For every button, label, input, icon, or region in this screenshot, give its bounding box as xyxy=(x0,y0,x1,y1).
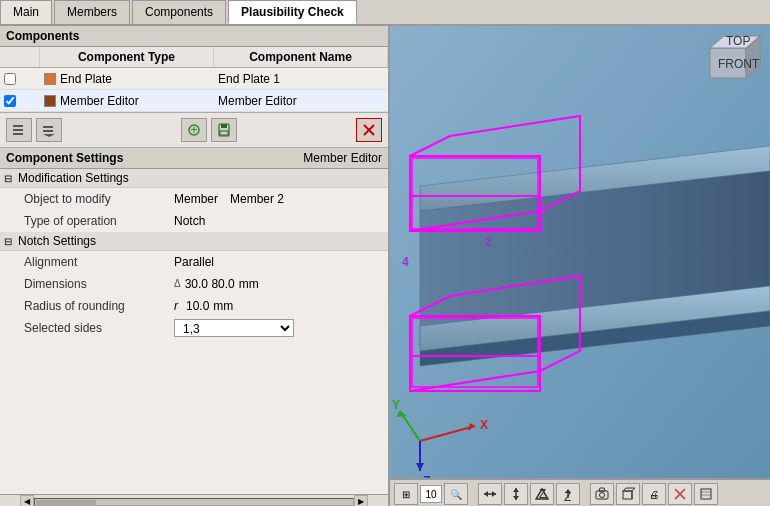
svg-text:FRONT: FRONT xyxy=(718,57,760,71)
prop-val-mm2: mm xyxy=(213,299,233,313)
tab-members[interactable]: Members xyxy=(54,0,130,24)
col-header-type: Component Type xyxy=(40,47,214,67)
expand-icon2: ⊟ xyxy=(4,236,18,247)
grid-button[interactable]: ⊞ xyxy=(394,483,418,505)
prop-type-operation: Type of operation Notch xyxy=(0,210,388,232)
notch-settings-group: ⊟ Notch Settings Alignment Parallel Dime… xyxy=(0,232,388,339)
radius-prefix: r xyxy=(174,299,178,313)
svg-text:TOP: TOP xyxy=(726,34,750,48)
modification-group-label: Modification Settings xyxy=(18,171,129,185)
move-right-button[interactable] xyxy=(36,118,62,142)
component-toolbar: + xyxy=(0,112,388,148)
row1-color xyxy=(44,73,56,85)
prop-label: Radius of rounding xyxy=(20,297,170,315)
3d-viewport[interactable]: 4 2 X Y Z xyxy=(390,26,770,506)
modification-settings-group: ⊟ Modification Settings Object to modify… xyxy=(0,169,388,232)
add-button[interactable]: + xyxy=(181,118,207,142)
zoom-number: 10 xyxy=(420,485,442,503)
prop-val-radius: 10.0 xyxy=(186,299,209,313)
svg-rect-9 xyxy=(221,124,227,128)
settings-context: Member Editor xyxy=(303,151,382,165)
scroll-track[interactable] xyxy=(34,498,354,506)
prop-label: Alignment xyxy=(20,253,170,271)
col-header-name: Component Name xyxy=(214,47,388,67)
svg-rect-54 xyxy=(623,491,632,499)
row1-name: End Plate 1 xyxy=(214,70,388,88)
row1-checkbox[interactable] xyxy=(4,73,16,85)
table-row[interactable]: Member Editor Member Editor xyxy=(0,90,388,112)
prop-value: Member Member 2 xyxy=(170,190,388,208)
components-section-header: Components xyxy=(0,26,388,47)
z-up-button[interactable]: Z xyxy=(556,483,580,505)
svg-marker-5 xyxy=(43,134,55,137)
tab-main[interactable]: Main xyxy=(0,0,52,24)
horizontal-scrollbar[interactable]: ◀ ▶ xyxy=(0,494,388,506)
fit-vert-button[interactable] xyxy=(504,483,528,505)
notch-group-header[interactable]: ⊟ Notch Settings xyxy=(0,232,388,251)
prop-val-parallel: Parallel xyxy=(174,255,214,269)
row1-type: End Plate xyxy=(40,70,214,88)
prop-val-dimensions: 30.0 80.0 xyxy=(185,277,235,291)
up-button[interactable]: Z xyxy=(530,483,554,505)
svg-point-52 xyxy=(600,493,605,498)
row1-type-label: End Plate xyxy=(60,72,112,86)
settings-header: Component Settings Member Editor xyxy=(0,148,388,169)
svg-text:Z: Z xyxy=(564,490,571,501)
prop-val-member: Member xyxy=(174,192,218,206)
svg-text:Y: Y xyxy=(392,398,400,412)
table-header: Component Type Component Name xyxy=(0,47,388,68)
prop-value[interactable]: 1,3 2,4 1 2 3 4 xyxy=(170,317,388,339)
delta-icon: Δ xyxy=(174,278,181,289)
settings-title: Component Settings xyxy=(6,151,123,165)
scroll-right-btn[interactable]: ▶ xyxy=(354,495,368,507)
svg-marker-45 xyxy=(513,496,519,500)
save-button[interactable] xyxy=(211,118,237,142)
selected-sides-select[interactable]: 1,3 2,4 1 2 3 4 xyxy=(174,319,294,337)
main-layout: Components Component Type Component Name… xyxy=(0,26,770,506)
prop-value: r 10.0 mm xyxy=(170,297,388,315)
row2-checkbox[interactable] xyxy=(4,95,16,107)
print-button[interactable]: 🖨 xyxy=(642,483,666,505)
prop-label: Dimensions xyxy=(20,275,170,293)
prop-value: Δ 30.0 80.0 mm xyxy=(170,275,388,293)
zoom-button[interactable]: 🔍 xyxy=(444,483,468,505)
svg-rect-4 xyxy=(43,130,53,132)
prop-label: Object to modify xyxy=(20,190,170,208)
svg-marker-55 xyxy=(623,488,635,491)
scroll-left-btn[interactable]: ◀ xyxy=(20,495,34,507)
svg-text:+: + xyxy=(190,123,197,137)
svg-text:X: X xyxy=(480,418,488,432)
num2-label: 2 xyxy=(485,235,492,249)
settings-viewport-button[interactable] xyxy=(694,483,718,505)
num4-label: 4 xyxy=(402,255,409,269)
components-table: Component Type Component Name End Plate … xyxy=(0,47,388,112)
prop-dimensions: Dimensions Δ 30.0 80.0 mm xyxy=(0,273,388,295)
scroll-thumb[interactable] xyxy=(36,500,96,506)
modification-group-header[interactable]: ⊟ Modification Settings xyxy=(0,169,388,188)
row2-check-cell xyxy=(0,95,40,107)
table-row[interactable]: End Plate End Plate 1 xyxy=(0,68,388,90)
prop-val-notch: Notch xyxy=(174,214,205,228)
viewport-toolbar: ⊞ 10 🔍 Z Z xyxy=(390,478,770,506)
expand-icon: ⊟ xyxy=(4,173,18,184)
prop-label: Selected sides xyxy=(20,319,170,337)
tab-plausibility[interactable]: Plausibility Check xyxy=(228,0,357,24)
delete-button[interactable] xyxy=(356,118,382,142)
tab-components[interactable]: Components xyxy=(132,0,226,24)
row1-check-cell xyxy=(0,73,40,85)
svg-marker-44 xyxy=(513,488,519,492)
cancel-button[interactable] xyxy=(668,483,692,505)
row2-color xyxy=(44,95,56,107)
camera-button[interactable] xyxy=(590,483,614,505)
svg-marker-41 xyxy=(484,491,488,497)
svg-rect-0 xyxy=(13,129,23,131)
viewport-panel: 4 2 X Y Z xyxy=(390,26,770,506)
prop-val-mm1: mm xyxy=(239,277,259,291)
move-left-button[interactable] xyxy=(6,118,32,142)
left-panel: Components Component Type Component Name… xyxy=(0,26,390,506)
row2-type-label: Member Editor xyxy=(60,94,139,108)
fit-horiz-button[interactable] xyxy=(478,483,502,505)
svg-rect-1 xyxy=(13,125,23,127)
notch-group-label: Notch Settings xyxy=(18,234,96,248)
box-button[interactable] xyxy=(616,483,640,505)
